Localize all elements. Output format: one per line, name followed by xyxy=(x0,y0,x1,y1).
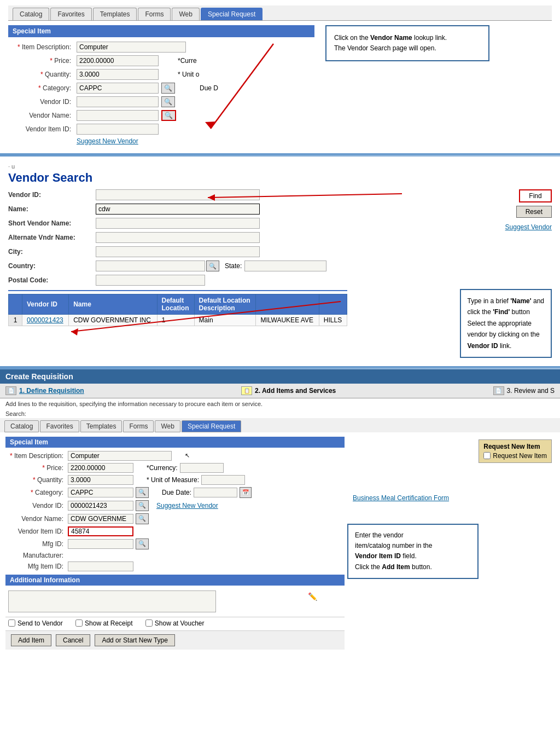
tab-catalog-1[interactable]: Catalog xyxy=(13,8,49,20)
cr-vendor-name-lookup[interactable]: 🔍 xyxy=(136,513,149,524)
row-num-1: 1 xyxy=(9,315,22,326)
cr-manufacturer-label: Manufacturer: xyxy=(5,552,66,559)
cr-tab-templates[interactable]: Templates xyxy=(80,420,122,432)
tab-templates-1[interactable]: Templates xyxy=(93,8,137,20)
results-section: Vendor ID Name DefaultLocation Default L… xyxy=(8,290,347,326)
step3-label[interactable]: 3. Review and S xyxy=(507,387,555,395)
cr-tab-special-request[interactable]: Special Request xyxy=(182,420,241,432)
vs-alt-name-input[interactable] xyxy=(96,232,260,243)
business-meal-link[interactable]: Business Meal Certification Form xyxy=(353,494,449,502)
cr-tab-catalog[interactable]: Catalog xyxy=(4,420,39,432)
show-at-voucher-label: Show at Voucher xyxy=(155,619,205,627)
vendor-name-input-1[interactable] xyxy=(77,110,159,121)
vs-short-name-row: Short Vendor Name: xyxy=(8,218,347,229)
search-icon-vname-1: 🔍 xyxy=(165,112,173,119)
cr-tab-favorites[interactable]: Favorites xyxy=(40,420,79,432)
request-new-item-checkbox[interactable]: Request New Item xyxy=(483,452,547,460)
section1-nav: Catalog Favorites Templates Forms Web Sp… xyxy=(8,5,552,21)
search-icon-cat-1: 🔍 xyxy=(164,84,172,92)
step1-label[interactable]: 1. Define Requisition xyxy=(19,387,84,395)
business-meal-area: Business Meal Certification Form xyxy=(347,494,555,502)
cr-vendor-item-id-input[interactable] xyxy=(68,526,133,536)
search-icon-country: 🔍 xyxy=(209,263,217,270)
col-vendor-id: Vendor ID xyxy=(22,294,69,315)
cr-due-date-cal[interactable]: 📅 xyxy=(240,487,252,498)
show-at-voucher-input[interactable] xyxy=(145,619,153,627)
cr-vendor-name-input[interactable] xyxy=(68,514,133,524)
default-location-desc-cell: Main xyxy=(194,315,256,326)
cr-tab-web[interactable]: Web xyxy=(155,420,180,432)
reset-button[interactable]: Reset xyxy=(516,206,552,218)
edit-icon[interactable]: ✏️ xyxy=(308,592,317,601)
send-to-vendor-checkbox[interactable]: Send to Vendor xyxy=(8,619,63,627)
cr-vendor-id-row: Vendor ID: 🔍 Suggest New Vendor xyxy=(5,500,345,511)
cr-price-input[interactable] xyxy=(68,463,133,473)
add-item-button[interactable]: Add Item xyxy=(11,634,51,646)
cr-item-desc-input[interactable] xyxy=(68,451,172,461)
col-default-location: DefaultLocation xyxy=(157,294,194,315)
tab-forms-1[interactable]: Forms xyxy=(138,8,171,20)
request-new-item-input[interactable] xyxy=(483,452,491,459)
cr-currency-input[interactable] xyxy=(180,463,224,473)
cr-category-input[interactable] xyxy=(68,488,133,497)
add-or-start-new-type-button[interactable]: Add or Start New Type xyxy=(95,634,175,646)
vs-vendor-id-label: Vendor ID: xyxy=(8,191,96,199)
quantity-input-1[interactable] xyxy=(77,69,159,80)
suggest-vendor-link-2[interactable]: Suggest Vendor xyxy=(505,223,552,231)
callout-1-text2: lookup link. xyxy=(412,34,447,42)
vs-postal-input[interactable] xyxy=(96,275,205,286)
suggest-vendor-link-1[interactable]: Suggest New Vendor xyxy=(77,137,138,145)
cr-suggest-vendor-link[interactable]: Suggest New Vendor xyxy=(156,502,218,509)
section3-create-requisition: Create Requisition 📄 1. Define Requisiti… xyxy=(0,369,560,650)
cr-vendor-id-lookup[interactable]: 🔍 xyxy=(136,500,149,511)
cr-tab-forms[interactable]: Forms xyxy=(123,420,154,432)
checkboxes-row: Send to Vendor Show at Receipt Show at V… xyxy=(5,617,345,631)
show-at-receipt-checkbox[interactable]: Show at Receipt xyxy=(75,619,132,627)
vendor-id-lookup-1[interactable]: 🔍 xyxy=(161,96,175,107)
cr-manufacturer-row: Manufacturer: xyxy=(5,552,345,559)
category-input-1[interactable] xyxy=(77,83,159,94)
tab-web-1[interactable]: Web xyxy=(172,8,199,20)
vs-city-input[interactable] xyxy=(96,246,260,257)
additional-info-header: Additional Information xyxy=(5,575,345,586)
cr-mfg-id-input[interactable] xyxy=(68,539,133,549)
step3-icon: 📄 xyxy=(493,386,504,395)
vendor-id-link[interactable]: 0000021423 xyxy=(27,316,63,324)
additional-info-textarea[interactable] xyxy=(8,590,216,612)
currency-label-1: *Curre xyxy=(178,57,197,65)
vs-country-input[interactable] xyxy=(96,260,205,271)
vendor-id-input-1[interactable] xyxy=(77,96,159,107)
cr-right-side: Business Meal Certification Form Request… xyxy=(347,437,555,650)
show-at-receipt-input[interactable] xyxy=(75,619,83,627)
cr-mfg-id-lookup[interactable]: 🔍 xyxy=(136,538,149,549)
show-at-voucher-checkbox[interactable]: Show at Voucher xyxy=(145,619,205,627)
steps-bar: 📄 1. Define Requisition 📋 2. Add Items a… xyxy=(0,384,560,398)
cr-quantity-input[interactable] xyxy=(68,475,133,485)
cr-vendor-id-input[interactable] xyxy=(68,501,133,511)
price-input-1[interactable] xyxy=(77,55,159,66)
send-to-vendor-label: Send to Vendor xyxy=(18,619,63,627)
tab-favorites-1[interactable]: Favorites xyxy=(50,8,91,20)
vs-short-name-input[interactable] xyxy=(96,218,260,229)
vendor-item-id-input-1[interactable] xyxy=(77,124,159,135)
cr-mfg-item-id-input[interactable] xyxy=(68,561,133,571)
find-button[interactable]: Find xyxy=(519,189,552,202)
vendor-name-lookup-1[interactable]: 🔍 xyxy=(161,110,176,121)
vs-state-input[interactable] xyxy=(244,260,326,271)
country-lookup[interactable]: 🔍 xyxy=(206,260,219,271)
item-description-input-1[interactable] xyxy=(77,42,186,53)
vs-city-label: City: xyxy=(8,248,96,256)
vs-vendor-id-input[interactable] xyxy=(96,189,260,200)
send-to-vendor-input[interactable] xyxy=(8,619,15,627)
cr-uom-input[interactable] xyxy=(201,475,245,485)
vs-name-input[interactable] xyxy=(96,204,260,215)
cancel-button[interactable]: Cancel xyxy=(56,634,90,646)
tab-special-request-1[interactable]: Special Request xyxy=(201,8,262,20)
cr-category-lookup[interactable]: 🔍 xyxy=(136,487,149,498)
cr-due-date-input[interactable] xyxy=(194,488,237,497)
extra-cell-2: HILLS xyxy=(319,315,347,326)
price-label-1: Price: xyxy=(8,57,74,65)
category-lookup-1[interactable]: 🔍 xyxy=(161,83,175,94)
col-default-location-desc: Default LocationDescription xyxy=(194,294,256,315)
step2-label[interactable]: 2. Add Items and Services xyxy=(255,387,336,395)
